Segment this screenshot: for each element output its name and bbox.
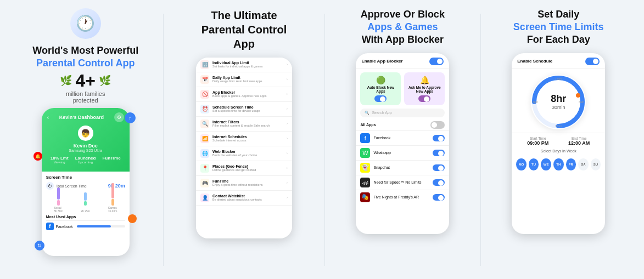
sched-toggle[interactable]: [585, 58, 600, 65]
svg-point-6: [576, 93, 580, 98]
menu-item-icon: 👤: [200, 193, 209, 202]
blocker-toggle-row: Enable App Blocker: [361, 58, 444, 65]
menu-item-desc: Schedule internet access: [212, 139, 283, 142]
approve-toggle[interactable]: [418, 95, 430, 102]
stat-3: FunTime: [102, 156, 120, 164]
divider-3: [480, 14, 481, 266]
sched-label: Enable Schedule: [517, 59, 552, 64]
app-toggle[interactable]: [433, 194, 445, 201]
menu-item-desc: Block apps & games. Approve new apps: [212, 94, 283, 98]
day-button[interactable]: TU: [529, 158, 539, 170]
app-list-name: Need for Speed™ No Limits: [373, 180, 429, 184]
notif-dot-left: 🔔: [33, 152, 42, 161]
app-list-name: Five Nights at Freddy's AR: [373, 195, 429, 199]
badge-sub2: protected: [73, 97, 98, 104]
menu-item: 📍 Places (Geo-Fence) Define geofence and…: [196, 161, 292, 176]
blocker-options: 🟢 Auto Block New Apps 🔔 Ask Me to Approv…: [356, 69, 449, 109]
svg-text:12pm: 12pm: [555, 124, 562, 128]
avatar: 👦: [78, 126, 93, 141]
card-1: 🕐 World's Most Powerful Parental Control…: [14, 8, 157, 271]
chevron-icon: ›: [287, 136, 288, 140]
menu-item: 👤 Contact Watchlist Be alerted about sus…: [196, 191, 292, 206]
bar-group-2: 2h 25m: [73, 192, 98, 213]
bar-group-3: Games1h 40m: [100, 183, 125, 213]
menu-item-desc: Define geofence and get notified: [212, 168, 283, 172]
app-toggle[interactable]: [433, 164, 445, 171]
app-toggle[interactable]: [433, 135, 445, 141]
app-list-name: Snapchat: [373, 166, 429, 169]
enable-toggle[interactable]: [429, 58, 444, 65]
bar-chart: Social3h 30m 2h 25m Games1h 40m: [46, 193, 125, 213]
day-button[interactable]: SU: [591, 158, 601, 170]
dash-stats: 10% Lmt Viewing Launched Upcoming FunTim…: [47, 156, 124, 164]
dashboard-title: Kevin's Dashboard: [59, 115, 104, 120]
menu-item-text: App Blocker Block apps & games. Approve …: [212, 90, 283, 98]
app-list-item: W Whatsapp: [356, 145, 449, 160]
auto-block-toggle[interactable]: [374, 95, 387, 102]
menu-item-title: App Blocker: [212, 90, 283, 94]
approve-option: 🔔 Ask Me to Approve New Apps: [404, 72, 445, 105]
auto-block-title: Auto Block New Apps: [362, 86, 399, 93]
card1-title: World's Most Powerful Parental Control A…: [32, 44, 138, 70]
phone-mockup-2: 🔢 Individual App Limit Set limits for in…: [196, 58, 292, 238]
app-toggle[interactable]: [433, 179, 445, 186]
app-toggle[interactable]: [433, 150, 445, 156]
menu-item-title: Places (Geo-Fence): [212, 164, 283, 168]
approve-icon: 🔔: [406, 76, 443, 84]
app-name: Facebook: [56, 225, 73, 229]
phone-mockup-4: Enable Schedule 12am 6am: [512, 53, 605, 234]
app-list: f Facebook W Whatsapp 👻 Snapchat 🏎 Need …: [356, 130, 449, 204]
day-button[interactable]: FR: [566, 158, 576, 170]
card2-title: The Ultimate Parental Control App: [201, 8, 287, 51]
menu-item: ⏰ Schedule Screen Time Set a specific ti…: [196, 102, 292, 117]
app-row-facebook: f Facebook: [46, 220, 125, 232]
clock-ring: 12am 6am 12pm 6pm: [531, 75, 586, 129]
start-time-block: Start Time 09:00 PM: [527, 136, 548, 146]
menu-item: 🔢 Individual App Limit Set limits for in…: [196, 58, 292, 72]
chevron-icon: ›: [287, 122, 288, 126]
menu-item-text: FunTime Enjoy a great time without restr…: [212, 179, 283, 186]
menu-item-icon: 🔢: [200, 60, 209, 69]
all-apps-toggle[interactable]: [430, 121, 445, 129]
menu-item: 📶 Internet Schedules Schedule internet a…: [196, 132, 292, 146]
orange-dot: [128, 214, 137, 223]
menu-item-title: Internet Schedules: [212, 135, 283, 139]
app-list-item: f Facebook: [356, 130, 449, 145]
menu-item-icon: 🚫: [200, 90, 209, 99]
enable-label: Enable App Blocker: [361, 59, 402, 64]
facebook-icon: f: [46, 223, 54, 230]
svg-text:12am: 12am: [555, 77, 562, 81]
phone-screen-3: Enable App Blocker 🟢 Auto Block New Apps: [356, 53, 449, 234]
search-bar[interactable]: 🔍 Search App: [360, 109, 445, 117]
blue-btn: ↑: [125, 112, 136, 123]
menu-list: 🔢 Individual App Limit Set limits for in…: [196, 58, 292, 206]
menu-item-icon: 🔍: [200, 119, 209, 128]
phone-screen-2: 🔢 Individual App Limit Set limits for in…: [196, 58, 292, 238]
bar-red: [111, 183, 114, 198]
start-label: Start Time: [527, 136, 548, 140]
app-list-item: 🏎 Need for Speed™ No Limits: [356, 175, 449, 190]
menu-item-title: Web Blocker: [212, 150, 283, 153]
chevron-icon: ›: [287, 62, 288, 66]
menu-item-desc: Filter explicit content & enable Safe se…: [212, 124, 283, 127]
most-used-label: Most Used Apps: [46, 215, 125, 219]
end-label: End Time: [568, 136, 590, 140]
auto-block-option: 🟢 Auto Block New Apps: [360, 72, 401, 105]
menu-item-title: Schedule Screen Time: [212, 105, 283, 109]
chevron-icon: ›: [287, 166, 288, 170]
day-button[interactable]: SA: [578, 158, 589, 170]
search-placeholder: Search App: [372, 111, 391, 115]
menu-item-text: Web Blocker Block the websites of your c…: [212, 150, 283, 157]
day-button[interactable]: WE: [541, 158, 551, 170]
chevron-icon: ›: [287, 92, 288, 96]
menu-list-container: 🔢 Individual App Limit Set limits for in…: [196, 58, 292, 238]
menu-item-desc: Enjoy a great time without restrictions: [212, 183, 283, 186]
app-list-icon: 🏎: [360, 178, 370, 187]
divider-2: [324, 14, 325, 266]
chevron-icon: ›: [287, 107, 288, 111]
phone-screen-4: Enable Schedule 12am 6am: [512, 53, 605, 234]
day-button[interactable]: MO: [516, 158, 527, 170]
clock-icon: 🕐: [76, 14, 95, 32]
day-button[interactable]: TH: [553, 158, 564, 170]
sched-toggle-row: Enable Schedule: [517, 58, 600, 65]
